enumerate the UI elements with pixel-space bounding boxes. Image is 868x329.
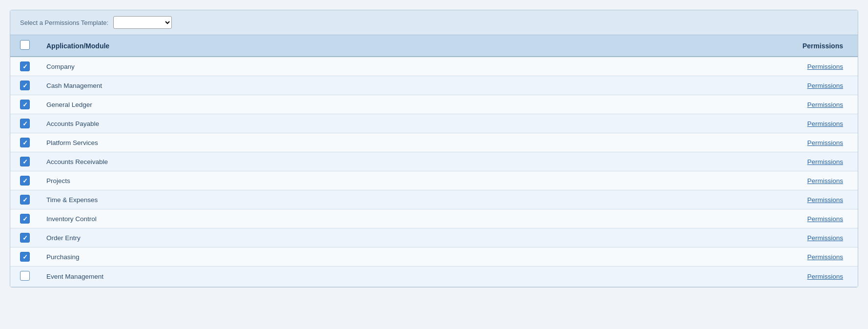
checkbox-cell-cash-management: ✓ xyxy=(10,76,40,95)
perm-cell-event-management: Permissions xyxy=(492,267,858,287)
checkmark-accounts-receivable: ✓ xyxy=(22,159,28,165)
permissions-link-accounts-payable[interactable]: Permissions xyxy=(807,120,843,127)
table-row: ✓Order EntryPermissions xyxy=(10,228,858,247)
permissions-link-cash-management[interactable]: Permissions xyxy=(807,82,843,89)
header-checkbox[interactable] xyxy=(20,40,30,50)
perm-cell-general-ledger: Permissions xyxy=(492,95,858,114)
checkbox-time-expenses[interactable]: ✓ xyxy=(20,195,30,205)
checkbox-cell-event-management xyxy=(10,267,40,287)
permissions-link-platform-services[interactable]: Permissions xyxy=(807,139,843,146)
checkmark-cash-management: ✓ xyxy=(22,82,28,89)
checkbox-cell-order-entry: ✓ xyxy=(10,228,40,247)
perm-cell-platform-services: Permissions xyxy=(492,133,858,152)
table-row: ✓PurchasingPermissions xyxy=(10,247,858,267)
table-row: ✓General LedgerPermissions xyxy=(10,95,858,114)
checkbox-cell-accounts-payable: ✓ xyxy=(10,114,40,133)
checkbox-order-entry[interactable]: ✓ xyxy=(20,233,30,243)
checkmark-order-entry: ✓ xyxy=(22,235,28,241)
checkbox-event-management[interactable] xyxy=(20,271,30,281)
module-name-accounts-payable: Accounts Payable xyxy=(40,114,492,133)
checkbox-platform-services[interactable]: ✓ xyxy=(20,138,30,147)
table-row: ✓Accounts PayablePermissions xyxy=(10,114,858,133)
table-row: ✓Time & ExpensesPermissions xyxy=(10,190,858,209)
module-name-purchasing: Purchasing xyxy=(40,247,492,267)
permissions-link-inventory-control[interactable]: Permissions xyxy=(807,215,843,223)
checkmark-accounts-payable: ✓ xyxy=(22,121,28,127)
template-bar: Select a Permissions Template: Template … xyxy=(10,10,858,35)
checkbox-cell-projects: ✓ xyxy=(10,171,40,190)
template-label: Select a Permissions Template: xyxy=(20,19,108,26)
perm-cell-order-entry: Permissions xyxy=(492,228,858,247)
permissions-link-accounts-receivable[interactable]: Permissions xyxy=(807,158,843,165)
checkmark-inventory-control: ✓ xyxy=(22,216,28,222)
checkbox-cell-accounts-receivable: ✓ xyxy=(10,152,40,171)
col-app-header: Application/Module xyxy=(40,35,492,57)
permissions-link-event-management[interactable]: Permissions xyxy=(807,273,843,280)
permissions-link-order-entry[interactable]: Permissions xyxy=(807,234,843,242)
table-row: ✓Platform ServicesPermissions xyxy=(10,133,858,152)
checkbox-cell-purchasing: ✓ xyxy=(10,247,40,267)
permissions-panel: Select a Permissions Template: Template … xyxy=(10,10,858,288)
module-name-projects: Projects xyxy=(40,171,492,190)
module-name-platform-services: Platform Services xyxy=(40,133,492,152)
checkbox-projects[interactable]: ✓ xyxy=(20,176,30,185)
checkbox-cell-time-expenses: ✓ xyxy=(10,190,40,209)
template-select[interactable]: Template 1 Template 2 xyxy=(113,16,172,29)
perm-cell-accounts-payable: Permissions xyxy=(492,114,858,133)
module-name-company: Company xyxy=(40,57,492,76)
checkbox-cell-company: ✓ xyxy=(10,57,40,76)
checkmark-general-ledger: ✓ xyxy=(22,102,28,108)
module-name-accounts-receivable: Accounts Receivable xyxy=(40,152,492,171)
perm-cell-projects: Permissions xyxy=(492,171,858,190)
permissions-link-company[interactable]: Permissions xyxy=(807,63,843,70)
header-checkbox-cell xyxy=(10,35,40,57)
permissions-link-general-ledger[interactable]: Permissions xyxy=(807,101,843,108)
checkbox-cell-general-ledger: ✓ xyxy=(10,95,40,114)
checkbox-cash-management[interactable]: ✓ xyxy=(20,81,30,90)
module-name-order-entry: Order Entry xyxy=(40,228,492,247)
module-name-event-management: Event Management xyxy=(40,267,492,287)
table-row: ✓Inventory ControlPermissions xyxy=(10,209,858,228)
checkmark-purchasing: ✓ xyxy=(22,254,28,260)
permissions-table: Application/Module Permissions ✓CompanyP… xyxy=(10,35,858,287)
permissions-link-projects[interactable]: Permissions xyxy=(807,177,843,185)
permissions-link-purchasing[interactable]: Permissions xyxy=(807,253,843,261)
module-name-general-ledger: General Ledger xyxy=(40,95,492,114)
permissions-link-time-expenses[interactable]: Permissions xyxy=(807,196,843,204)
perm-cell-cash-management: Permissions xyxy=(492,76,858,95)
table-header-row: Application/Module Permissions xyxy=(10,35,858,57)
checkmark-company: ✓ xyxy=(22,63,28,70)
table-row: ✓CompanyPermissions xyxy=(10,57,858,76)
checkbox-accounts-receivable[interactable]: ✓ xyxy=(20,157,30,166)
table-row: ✓Accounts ReceivablePermissions xyxy=(10,152,858,171)
checkmark-projects: ✓ xyxy=(22,178,28,184)
perm-cell-inventory-control: Permissions xyxy=(492,209,858,228)
perm-cell-accounts-receivable: Permissions xyxy=(492,152,858,171)
module-name-inventory-control: Inventory Control xyxy=(40,209,492,228)
checkbox-inventory-control[interactable]: ✓ xyxy=(20,214,30,224)
module-name-time-expenses: Time & Expenses xyxy=(40,190,492,209)
table-row: Event ManagementPermissions xyxy=(10,267,858,287)
checkbox-accounts-payable[interactable]: ✓ xyxy=(20,119,30,128)
perm-cell-time-expenses: Permissions xyxy=(492,190,858,209)
checkbox-cell-platform-services: ✓ xyxy=(10,133,40,152)
checkmark-platform-services: ✓ xyxy=(22,140,28,146)
col-perm-header: Permissions xyxy=(492,35,858,57)
checkmark-time-expenses: ✓ xyxy=(22,197,28,203)
table-row: ✓ProjectsPermissions xyxy=(10,171,858,190)
checkbox-purchasing[interactable]: ✓ xyxy=(20,252,30,262)
checkbox-cell-inventory-control: ✓ xyxy=(10,209,40,228)
checkbox-general-ledger[interactable]: ✓ xyxy=(20,100,30,109)
checkbox-company[interactable]: ✓ xyxy=(20,62,30,71)
perm-cell-purchasing: Permissions xyxy=(492,247,858,267)
perm-cell-company: Permissions xyxy=(492,57,858,76)
table-row: ✓Cash ManagementPermissions xyxy=(10,76,858,95)
module-name-cash-management: Cash Management xyxy=(40,76,492,95)
